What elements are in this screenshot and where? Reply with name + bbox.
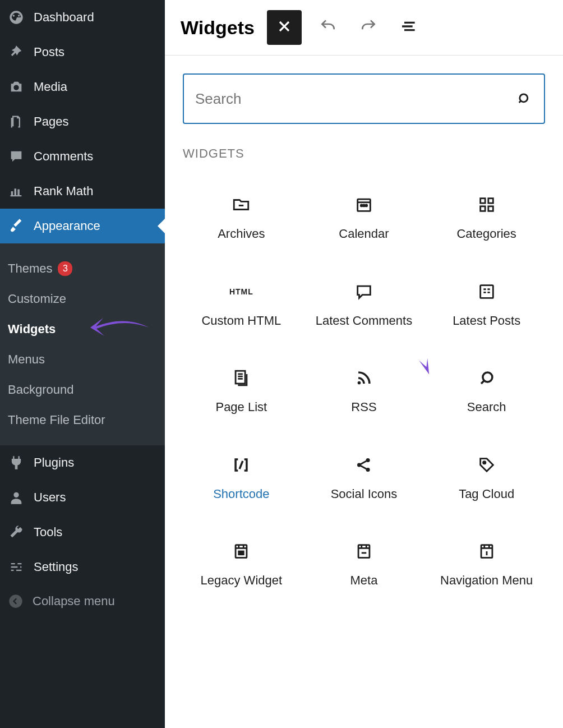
nav-settings[interactable]: Settings [0, 550, 165, 584]
widget-label: Social Icons [331, 486, 398, 503]
share-icon [354, 455, 374, 475]
widget-label: Navigation Menu [440, 573, 533, 589]
rss-icon [354, 368, 374, 388]
sub-menus[interactable]: Menus [0, 344, 165, 375]
widget-label: Latest Comments [316, 313, 412, 329]
sub-customize[interactable]: Customize [0, 284, 165, 314]
nav-label: Dashboard [34, 10, 94, 25]
widget-calendar[interactable]: Calendar [306, 183, 423, 254]
search-icon [516, 90, 533, 107]
posts-icon [477, 282, 497, 302]
sub-label: Menus [8, 352, 45, 367]
sub-label: Themes [8, 261, 52, 276]
svg-rect-19 [239, 551, 244, 555]
nav-comments[interactable]: Comments [0, 139, 165, 174]
pagelist-icon [231, 368, 251, 388]
close-inserter-button[interactable] [267, 10, 302, 45]
nav-label: Settings [34, 560, 79, 574]
nav-users[interactable]: Users [0, 480, 165, 515]
svg-rect-10 [480, 285, 493, 298]
widget-shortcode[interactable]: Shortcode [183, 444, 300, 514]
sliders-icon [8, 559, 25, 575]
widget-page-list[interactable]: Page List [183, 357, 300, 427]
widget-latest-comments[interactable]: Latest Comments [306, 270, 423, 340]
widget-meta[interactable]: Meta [306, 530, 423, 600]
svg-rect-8 [480, 206, 485, 211]
nav-label: Appearance [34, 219, 100, 233]
inserter-content: WIDGETS Archives Calendar Categories HTM… [165, 56, 563, 618]
widget-label: Tag Cloud [459, 486, 514, 503]
dashboard-icon [8, 9, 25, 26]
widget-categories[interactable]: Categories [428, 183, 545, 254]
svg-point-4 [363, 205, 365, 206]
widget-archives[interactable]: Archives [183, 183, 300, 254]
widget-rss[interactable]: RSS [306, 357, 423, 427]
widget-label: Custom HTML [201, 313, 281, 329]
chart-icon [8, 183, 25, 200]
svg-rect-20 [358, 545, 370, 558]
section-heading: WIDGETS [183, 146, 545, 161]
widget-label: Calendar [339, 226, 389, 242]
update-badge: 3 [58, 261, 72, 276]
widget-latest-posts[interactable]: Latest Posts [428, 270, 545, 340]
svg-rect-9 [488, 206, 493, 211]
meta-icon [354, 541, 374, 561]
nav-posts[interactable]: Posts [0, 35, 165, 70]
undo-icon [319, 17, 337, 38]
navmenu-icon [477, 541, 497, 561]
sub-theme-editor[interactable]: Theme File Editor [0, 405, 165, 435]
pages-icon [8, 113, 25, 130]
widget-label: Archives [218, 226, 265, 242]
svg-point-12 [358, 381, 361, 385]
widget-legacy[interactable]: Legacy Widget [183, 530, 300, 600]
widget-custom-html[interactable]: HTML Custom HTML [183, 270, 300, 340]
widget-social-icons[interactable]: Social Icons [306, 444, 423, 514]
html-icon: HTML [231, 282, 251, 302]
nav-tools[interactable]: Tools [0, 515, 165, 550]
widget-nav-menu[interactable]: Navigation Menu [428, 530, 545, 600]
svg-rect-6 [480, 199, 485, 204]
shortcode-icon [231, 455, 251, 475]
widget-label: RSS [351, 399, 376, 416]
comments-icon [354, 282, 374, 302]
nav-label: Plugins [34, 455, 74, 470]
svg-rect-7 [488, 199, 493, 204]
nav-appearance[interactable]: Appearance [0, 209, 165, 243]
collapse-label: Collapse menu [33, 594, 115, 609]
redo-button[interactable] [354, 13, 382, 42]
svg-point-3 [361, 205, 362, 206]
sub-background[interactable]: Background [0, 375, 165, 405]
search-widget-icon [477, 368, 497, 388]
collapse-menu[interactable]: Collapse menu [0, 584, 165, 618]
sub-label: Widgets [8, 322, 56, 337]
nav-plugins[interactable]: Plugins [0, 445, 165, 480]
sub-widgets[interactable]: Widgets [0, 314, 165, 344]
widget-label: Meta [350, 573, 378, 589]
nav-pages[interactable]: Pages [0, 104, 165, 139]
widget-search[interactable]: Search [428, 357, 545, 427]
nav-label: Posts [34, 45, 64, 59]
sub-themes[interactable]: Themes 3 [0, 254, 165, 284]
svg-point-17 [483, 461, 485, 463]
nav-media[interactable]: Media [0, 70, 165, 104]
nav-dashboard[interactable]: Dashboard [0, 0, 165, 35]
search-input[interactable] [195, 90, 516, 108]
nav-label: Rank Math [34, 184, 93, 199]
annotation-arrow-icon [87, 314, 149, 345]
main-panel: Widgets WIDGETS [165, 0, 563, 728]
collapse-icon [8, 593, 24, 609]
camera-icon [8, 79, 25, 95]
nav-rankmath[interactable]: Rank Math [0, 174, 165, 209]
svg-rect-11 [236, 371, 245, 384]
widgets-grid: Archives Calendar Categories HTML Custom… [183, 183, 545, 600]
widget-tag-cloud[interactable]: Tag Cloud [428, 444, 545, 514]
nav-label: Pages [34, 114, 68, 129]
block-search[interactable] [183, 73, 545, 124]
widget-label: Shortcode [213, 486, 269, 503]
undo-button[interactable] [314, 13, 342, 42]
sub-label: Customize [8, 292, 66, 306]
brush-icon [8, 218, 25, 234]
list-view-button[interactable] [395, 13, 423, 42]
nav-label: Users [34, 490, 66, 505]
nav-label: Comments [34, 149, 93, 164]
